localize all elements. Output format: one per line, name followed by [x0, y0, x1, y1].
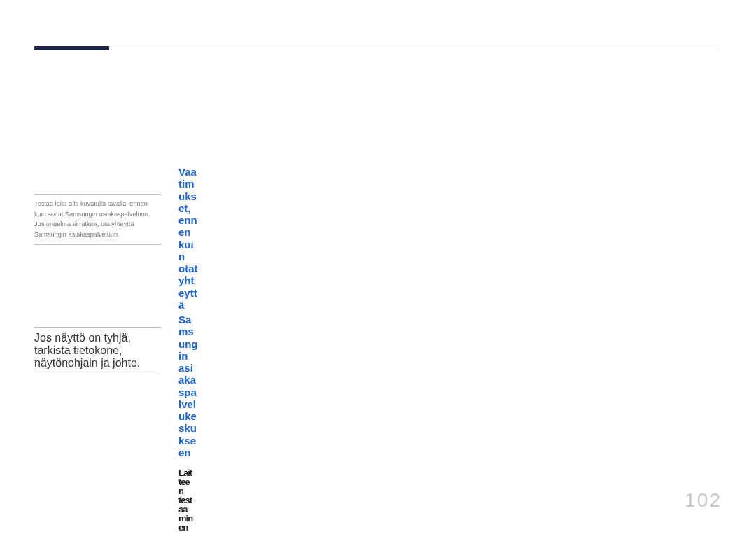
- header-divider: [34, 48, 722, 48]
- section-heading-requirements-l2: Samsungin asiakaspalvelukeskukseen: [178, 314, 198, 458]
- divider: [34, 244, 160, 245]
- page-number: 102: [685, 489, 722, 512]
- sidebar-note-2: Jos näyttö on tyhjä, tarkista tietokone,…: [34, 327, 160, 374]
- sidebar-note-text: Testaa laite alla kuvatulla tavalla, enn…: [34, 199, 160, 240]
- divider: [34, 327, 160, 328]
- sidebar-note-1: Testaa laite alla kuvatulla tavalla, enn…: [34, 194, 160, 245]
- section-heading-requirements-l1: Vaatimukset, ennen kuin otat yhteyttä: [178, 166, 198, 311]
- divider: [34, 194, 160, 195]
- subheading-testing: Laitteen testaaminen: [178, 468, 194, 532]
- sidebar-note-text: Jos näyttö on tyhjä, tarkista tietokone,…: [34, 332, 160, 370]
- main-content: Vaatimukset, ennen kuin otat yhteyttä Sa…: [178, 166, 707, 534]
- divider: [34, 374, 160, 374]
- manual-page: Testaa laite alla kuvatulla tavalla, enn…: [0, 0, 756, 534]
